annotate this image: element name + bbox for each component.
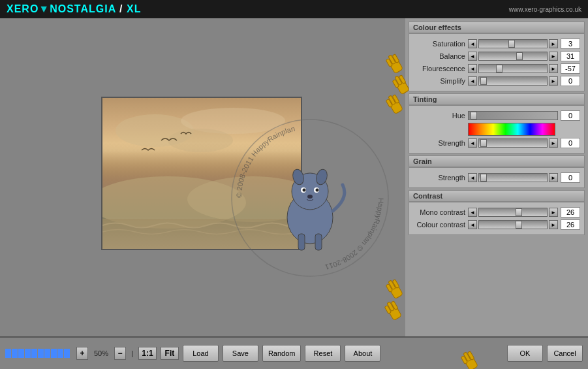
prog-3 [18, 349, 24, 358]
zoom-fit-button[interactable]: Fit [161, 347, 179, 360]
ok-button[interactable]: OK [507, 345, 543, 362]
tinting-strength-track[interactable] [478, 138, 548, 148]
svg-rect-25 [392, 80, 399, 88]
balance-row: Balance ◄ ► 31 [413, 51, 580, 61]
simplify-left-arrow[interactable]: ◄ [468, 76, 477, 86]
saturation-label: Saturation [413, 40, 465, 48]
grain-section: Grain Strength ◄ ► 0 [409, 155, 585, 188]
saturation-track[interactable] [478, 39, 548, 48]
balance-track[interactable] [478, 52, 548, 61]
prog-2 [12, 349, 18, 358]
simplify-thumb[interactable] [480, 77, 487, 85]
hand-pointer-5 [377, 298, 410, 325]
svg-rect-26 [395, 76, 402, 86]
svg-rect-38 [387, 302, 394, 312]
tinting-strength-right-arrow[interactable]: ► [549, 138, 558, 148]
mono-contrast-right-arrow[interactable]: ► [549, 208, 558, 217]
balance-value: 31 [561, 51, 580, 61]
app-title: XERO▼NOSTALGIA / XL [7, 3, 141, 15]
grain-strength-track[interactable] [478, 173, 548, 182]
grain-strength-right-arrow[interactable]: ► [549, 173, 558, 182]
prog-9 [57, 349, 63, 358]
prog-8 [51, 349, 57, 358]
svg-rect-20 [389, 59, 403, 74]
saturation-value: 3 [561, 39, 580, 49]
random-button[interactable]: Random [262, 345, 302, 362]
svg-rect-37 [384, 306, 391, 314]
svg-rect-19 [315, 234, 322, 250]
flourescence-track[interactable] [478, 64, 548, 73]
svg-point-15 [303, 189, 306, 192]
colour-contrast-left-arrow[interactable]: ◄ [468, 220, 477, 229]
cancel-button[interactable]: Cancel [547, 345, 583, 362]
svg-point-17 [307, 195, 313, 199]
balance-right-arrow[interactable]: ► [549, 52, 558, 61]
flourescence-right-arrow[interactable]: ► [549, 64, 558, 73]
simplify-slider-container: ◄ ► [468, 76, 558, 86]
saturation-thumb[interactable] [508, 40, 515, 48]
flourescence-value: -57 [561, 63, 580, 74]
colour-contrast-row: Colour contrast ◄ ► 26 [413, 219, 580, 230]
right-panel: Colour effects Saturation ◄ ► 3 [405, 18, 588, 336]
title-nostalgia: NOSTALGIA [50, 3, 116, 14]
save-button[interactable]: Save [223, 345, 258, 362]
svg-rect-36 [388, 306, 401, 321]
flourescence-left-arrow[interactable]: ◄ [468, 64, 477, 73]
mono-contrast-slider-container: ◄ ► [468, 208, 558, 217]
hue-slider-container [468, 111, 558, 120]
prog-1 [5, 349, 11, 358]
svg-point-2 [168, 129, 233, 152]
flourescence-slider-container: ◄ ► [468, 64, 558, 73]
mono-contrast-thumb[interactable] [516, 208, 522, 216]
tinting-strength-row: Strength ◄ ► 0 [413, 138, 580, 148]
simplify-track[interactable] [478, 76, 548, 86]
tinting-strength-left-arrow[interactable]: ◄ [468, 138, 477, 148]
grain-header: Grain [409, 155, 585, 167]
scene-svg [102, 98, 301, 249]
flourescence-row: Flourescence ◄ ► -57 [413, 63, 580, 74]
svg-rect-31 [392, 95, 399, 104]
zoom-1to1-button[interactable]: 1:1 [138, 347, 157, 360]
svg-rect-39 [391, 301, 398, 310]
saturation-right-arrow[interactable]: ► [549, 39, 558, 48]
balance-label: Balance [413, 52, 465, 60]
flourescence-thumb[interactable] [496, 65, 503, 72]
saturation-left-arrow[interactable]: ◄ [468, 39, 477, 48]
zoom-plus-button[interactable]: + [76, 347, 88, 360]
tinting-section: Tinting Hue 0 [409, 93, 585, 153]
simplify-right-arrow[interactable]: ► [549, 76, 558, 86]
tinting-body: Hue 0 Strength [409, 105, 585, 153]
grain-strength-slider-container: ◄ ► [468, 173, 558, 182]
tinting-strength-slider-container: ◄ ► [468, 138, 558, 148]
about-button[interactable]: About [345, 345, 380, 362]
grain-body: Strength ◄ ► 0 [409, 167, 585, 188]
progress-bar [5, 349, 70, 358]
hue-thumb[interactable] [471, 112, 477, 120]
mono-contrast-track[interactable] [478, 208, 548, 217]
main-area: © 2008-2011 HappyRainplan HappyRainplan … [0, 18, 588, 336]
colour-contrast-track[interactable] [478, 220, 548, 229]
tinting-strength-thumb[interactable] [480, 139, 487, 147]
zoom-separator: | [131, 349, 133, 357]
mono-contrast-row: Mono contrast ◄ ► 26 [413, 207, 580, 217]
zoom-minus-button[interactable]: − [114, 347, 126, 360]
contrast-body: Mono contrast ◄ ► 26 Colour contrast ◄ [409, 202, 585, 235]
load-button[interactable]: Load [183, 345, 219, 362]
hue-track[interactable] [468, 111, 558, 120]
colour-contrast-thumb[interactable] [516, 221, 522, 229]
grain-strength-left-arrow[interactable]: ◄ [468, 173, 477, 182]
saturation-slider-container: ◄ ► [468, 39, 558, 48]
colour-contrast-slider-container: ◄ ► [468, 220, 558, 229]
colour-contrast-right-arrow[interactable]: ► [549, 220, 558, 229]
colour-effects-body: Saturation ◄ ► 3 Balance ◄ [409, 33, 585, 91]
balance-thumb[interactable] [516, 52, 523, 60]
mono-contrast-left-arrow[interactable]: ◄ [468, 208, 477, 217]
reset-button[interactable]: Reset [305, 345, 341, 362]
title-xl: XL [127, 3, 141, 14]
title-arrow: ▼ [39, 3, 50, 14]
grain-strength-label: Strength [413, 174, 465, 182]
svg-rect-27 [399, 75, 406, 84]
hue-label: Hue [413, 112, 465, 120]
balance-left-arrow[interactable]: ◄ [468, 52, 477, 61]
grain-strength-thumb[interactable] [480, 174, 487, 182]
